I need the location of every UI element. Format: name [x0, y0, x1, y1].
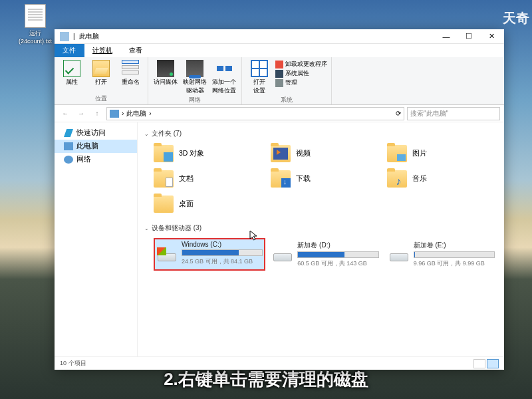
crumb-sep: ›: [122, 110, 124, 117]
ribbon-group-location-label: 位置: [59, 94, 144, 103]
folder-icon: [271, 145, 291, 162]
desktop-file-label-1: 运行: [19, 29, 52, 38]
folder-item[interactable]: 下载: [271, 168, 381, 190]
ribbon-group-location: 属性 打开 重命名 位置: [55, 57, 148, 104]
status-bar: 10 个项目: [55, 356, 504, 370]
open-label: 打开: [95, 78, 107, 86]
check-icon: [63, 60, 80, 77]
section-drives-header[interactable]: 设备和驱动器 (3): [144, 221, 497, 235]
tab-file[interactable]: 文件: [55, 44, 84, 57]
drive-item[interactable]: 新加卷 (D:) 60.5 GB 可用，共 143 GB: [269, 238, 381, 271]
folder-icon: [387, 145, 407, 162]
desktop-file-label-2: (24count).txt: [19, 38, 52, 45]
quick-access-toolbar: |: [56, 32, 79, 41]
drive-subtext: 24.5 GB 可用，共 84.1 GB: [182, 257, 263, 266]
folder-label: 下载: [296, 174, 311, 184]
folder-item[interactable]: 桌面: [154, 193, 264, 215]
open-settings-label: 打开 设置: [253, 78, 265, 95]
folder-icon: [154, 145, 174, 162]
uninstall-button[interactable]: 卸载或更改程序: [275, 60, 327, 68]
window-titlebar[interactable]: | 此电脑 — ☐ ✕: [55, 29, 504, 44]
breadcrumb[interactable]: › 此电脑 › ⟳: [106, 107, 404, 120]
maximize-button[interactable]: ☐: [458, 29, 480, 44]
qat-separator: |: [73, 33, 75, 40]
access-media-button[interactable]: 访问媒体: [152, 60, 179, 86]
folder-item[interactable]: 音乐: [387, 168, 497, 190]
folder-icon: [154, 196, 174, 213]
nav-network[interactable]: 网络: [55, 153, 137, 166]
manage-icon: [275, 79, 283, 87]
status-item-count: 10 个项目: [60, 359, 86, 368]
app-icon: [60, 32, 69, 41]
map-drive-label: 映射网络 驱动器: [183, 78, 207, 95]
nav-pane: 快速访问 此电脑 网络: [55, 122, 138, 356]
manage-button[interactable]: 管理: [275, 78, 327, 87]
ribbon-group-network: 访问媒体 映射网络 驱动器 添加一个 网络位置 网络: [148, 57, 242, 104]
folder-item[interactable]: 文档: [154, 168, 264, 190]
access-media-label: 访问媒体: [154, 78, 178, 86]
properties-button[interactable]: 属性: [59, 60, 85, 86]
map-drive-button[interactable]: 映射网络 驱动器: [182, 60, 208, 95]
folder-label: 视频: [296, 149, 311, 158]
folders-header-label: 文件夹 (7): [152, 129, 182, 138]
section-folders-header[interactable]: 文件夹 (7): [144, 126, 497, 141]
folder-icon: [271, 170, 291, 188]
ribbon: 属性 打开 重命名 位置 访问媒体 映射网络 驱动器 添加一个 网络位置 网络 …: [55, 57, 504, 105]
open-button[interactable]: 打开: [88, 60, 114, 86]
drive-item[interactable]: Windows (C:) 24.5 GB 可用，共 84.1 GB: [154, 238, 265, 271]
network-location-icon: [215, 60, 233, 77]
folder-item[interactable]: 视频: [271, 142, 381, 165]
nav-net-label: 网络: [76, 155, 91, 164]
nav-this-pc[interactable]: 此电脑: [55, 140, 137, 153]
open-settings-button[interactable]: 打开 设置: [246, 60, 273, 95]
instruction-subtitle: 2.右键单击需要清理的磁盘: [0, 368, 532, 391]
ribbon-group-network-label: 网络: [152, 95, 237, 104]
drive-subtext: 9.96 GB 可用，共 9.99 GB: [414, 259, 495, 268]
search-input[interactable]: 搜索"此电脑": [407, 107, 500, 120]
view-tiles-button[interactable]: [487, 359, 499, 368]
folder-item[interactable]: 图片: [387, 142, 497, 165]
nav-up-button[interactable]: ↑: [90, 107, 104, 120]
network-drive-icon: [186, 60, 203, 77]
rename-icon: [122, 60, 139, 77]
tab-view[interactable]: 查看: [121, 44, 151, 57]
ribbon-tabs: 文件 计算机 查看: [55, 44, 504, 57]
settings-icon: [251, 60, 268, 77]
drive-icon: [272, 247, 293, 263]
network-icon: [64, 156, 73, 164]
desktop-file-icon[interactable]: 运行 (24count).txt: [19, 4, 52, 45]
drives-header-label: 设备和驱动器 (3): [152, 223, 201, 233]
refresh-button[interactable]: ⟳: [396, 110, 401, 117]
nav-forward-button[interactable]: →: [74, 107, 88, 120]
nav-pc-label: 此电脑: [76, 142, 98, 151]
nav-quick-access[interactable]: 快速访问: [55, 126, 137, 140]
drive-usage-bar: [297, 251, 378, 258]
folder-icon: [154, 170, 174, 188]
view-details-button[interactable]: [473, 359, 485, 368]
crumb-this-pc[interactable]: 此电脑: [126, 109, 146, 118]
content-pane: 文件夹 (7) 3D 对象视频图片文档下载音乐桌面 设备和驱动器 (3) Win…: [138, 122, 504, 356]
ribbon-group-system-label: 系统: [246, 95, 327, 104]
nav-back-button[interactable]: ←: [59, 107, 72, 120]
add-netloc-button[interactable]: 添加一个 网络位置: [211, 60, 237, 95]
drive-icon: [388, 247, 410, 263]
tab-computer[interactable]: 计算机: [84, 44, 121, 57]
properties-label: 属性: [66, 78, 78, 86]
sysprops-button[interactable]: 系统属性: [275, 69, 327, 78]
drive-grid: Windows (C:) 24.5 GB 可用，共 84.1 GB 新加卷 (D…: [144, 235, 497, 276]
drive-usage-bar: [182, 249, 263, 256]
folder-grid: 3D 对象视频图片文档下载音乐桌面: [144, 141, 497, 221]
minimize-button[interactable]: —: [435, 29, 458, 44]
folder-item[interactable]: 3D 对象: [154, 142, 264, 165]
drive-icon: [156, 247, 178, 263]
folder-open-icon: [92, 60, 110, 77]
server-icon: [157, 60, 174, 77]
rename-button[interactable]: 重命名: [117, 60, 144, 86]
folder-label: 3D 对象: [179, 149, 204, 158]
address-bar-row: ← → ↑ › 此电脑 › ⟳ 搜索"此电脑": [55, 105, 504, 122]
add-netloc-label: 添加一个 网络位置: [212, 78, 236, 95]
close-button[interactable]: ✕: [480, 29, 503, 44]
window-title: 此电脑: [79, 32, 99, 41]
drive-item[interactable]: 新加卷 (E:) 9.96 GB 可用，共 9.99 GB: [386, 238, 497, 271]
uninstall-icon: [275, 61, 283, 68]
